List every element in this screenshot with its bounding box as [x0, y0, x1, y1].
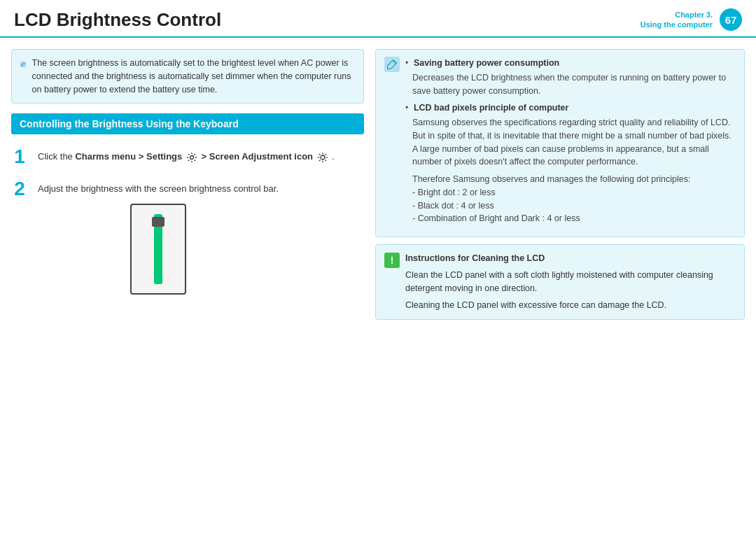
step-1-number: 1 — [11, 147, 28, 167]
svg-line-10 — [325, 160, 326, 161]
step-2-content: Adjust the brightness with the screen br… — [38, 179, 279, 295]
main-content: The screen brightness is automatically s… — [0, 38, 756, 529]
section-heading-bar: Controlling the Brightness Using the Key… — [11, 113, 364, 134]
right-note-box: • Saving battery power consumption Decre… — [375, 49, 745, 237]
page-number-badge: 67 — [720, 8, 742, 31]
instruction-title: Instructions for Cleaning the LCD — [405, 252, 736, 265]
step-1: 1 Click the Charms menu > Settings > Scr… — [11, 147, 364, 167]
step-2-number: 2 — [11, 179, 28, 199]
bullet-item-2: • LCD bad pixels principle of computer S… — [405, 101, 736, 225]
slider-box — [130, 204, 186, 295]
header-right: Chapter 3. Using the computer 67 — [640, 8, 742, 31]
sun-icon — [317, 152, 328, 163]
right-note-content: • Saving battery power consumption Decre… — [405, 57, 736, 230]
bullet-item-1: • Saving battery power consumption Decre… — [405, 57, 736, 97]
page-header: LCD Brightness Control Chapter 3. Using … — [0, 0, 756, 38]
right-column: • Saving battery power consumption Decre… — [375, 49, 745, 522]
chapter-label: Chapter 3. Using the computer — [640, 10, 713, 30]
svg-rect-13 — [384, 57, 400, 72]
slider-track — [154, 214, 162, 284]
settings-gear-icon — [186, 152, 197, 163]
svg-point-3 — [190, 155, 193, 159]
svg-point-4 — [321, 155, 325, 160]
svg-line-9 — [319, 154, 321, 155]
brightness-illustration — [38, 204, 279, 295]
instruction-para-1: Clean the LCD panel with a soft cloth li… — [405, 269, 736, 295]
instruction-content: Instructions for Cleaning the LCD Clean … — [405, 252, 736, 312]
warning-icon: ! — [384, 253, 400, 268]
left-column: The screen brightness is automatically s… — [11, 49, 375, 522]
slider-thumb — [152, 217, 164, 227]
note-icon — [20, 57, 27, 72]
step-1-content: Click the Charms menu > Settings > Scree… — [38, 147, 335, 164]
instruction-box: ! Instructions for Cleaning the LCD Clea… — [375, 244, 745, 320]
right-note-icon — [384, 57, 400, 72]
svg-line-11 — [325, 154, 326, 155]
step-2: 2 Adjust the brightness with the screen … — [11, 179, 364, 295]
left-note-box: The screen brightness is automatically s… — [11, 49, 364, 104]
left-note-text: The screen brightness is automatically s… — [32, 57, 355, 96]
svg-line-12 — [319, 160, 321, 161]
instruction-para-2: Cleaning the LCD panel with excessive fo… — [405, 299, 736, 312]
page-title: LCD Brightness Control — [14, 9, 221, 31]
